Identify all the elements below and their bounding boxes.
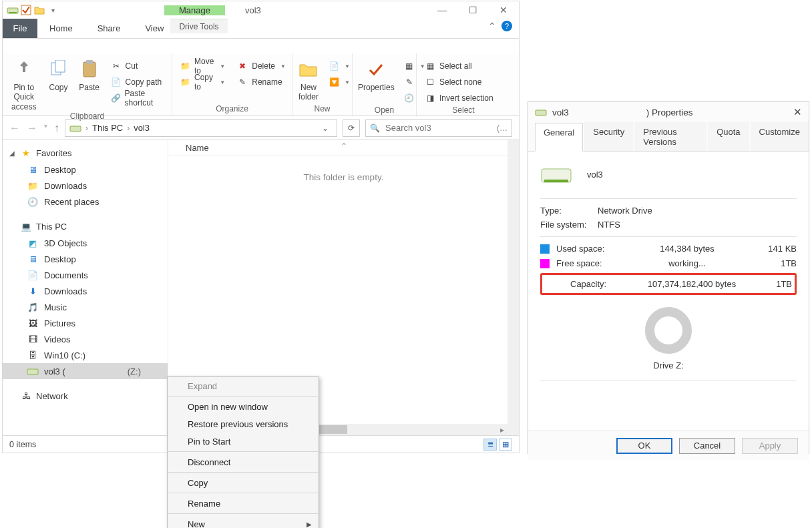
address-bar-row: ← → ▾ ↑ › This PC › vol3 ⌄ ⟳ 🔍 (… bbox=[3, 116, 519, 140]
tree-this-pc[interactable]: 💻This PC bbox=[3, 218, 168, 235]
tree-documents[interactable]: 📄Documents bbox=[3, 267, 168, 283]
select-all-button[interactable]: ▦Select all bbox=[422, 59, 496, 73]
cut-button[interactable]: ✂Cut bbox=[108, 59, 166, 73]
forward-button[interactable]: → bbox=[27, 122, 37, 134]
copy-icon bbox=[48, 59, 69, 80]
tab-general[interactable]: General bbox=[535, 123, 583, 152]
recent-locations-button[interactable]: ▾ bbox=[44, 122, 47, 134]
svg-rect-4 bbox=[55, 60, 65, 72]
new-item-button[interactable]: 📄▼ bbox=[326, 59, 353, 73]
title-bar: ▾ Manage vol3 — ☐ ✕ bbox=[3, 1, 519, 19]
tab-security[interactable]: Security bbox=[584, 122, 633, 151]
cm-new[interactable]: New▶ bbox=[168, 515, 319, 528]
tree-3d-objects[interactable]: ◩3D Objects bbox=[3, 235, 168, 251]
maximize-button[interactable]: ☐ bbox=[457, 1, 488, 19]
breadcrumb-dropdown-icon[interactable]: ⌄ bbox=[322, 123, 333, 133]
breadcrumb-current[interactable]: vol3 bbox=[134, 123, 150, 133]
capacity-highlight: Capacity: 107,374,182,400 bytes 1TB bbox=[540, 273, 797, 295]
tree-vol3[interactable]: vol3 ( (Z:) bbox=[3, 363, 168, 379]
cm-open-new-window[interactable]: Open in new window bbox=[168, 398, 319, 415]
tree-network[interactable]: 🖧Network bbox=[3, 387, 168, 405]
paste-button[interactable]: Paste bbox=[77, 56, 102, 92]
cm-copy[interactable]: Copy bbox=[168, 474, 319, 491]
cancel-button[interactable]: Cancel bbox=[679, 438, 735, 454]
tree-videos[interactable]: 🎞Videos bbox=[3, 331, 168, 347]
submenu-arrow-icon: ▶ bbox=[307, 521, 319, 528]
qat-overflow-icon[interactable]: ▾ bbox=[47, 4, 59, 16]
invert-selection-button[interactable]: ◨Invert selection bbox=[422, 91, 496, 105]
easy-access-button[interactable]: 🔽▼ bbox=[326, 75, 353, 89]
breadcrumb-this-pc[interactable]: This PC bbox=[92, 123, 123, 133]
ribbon: Pin to Quick access Copy Paste ✂Cut 📄Cop… bbox=[3, 53, 519, 116]
nav-tree[interactable]: ◢★Favorites 🖥Desktop 📁Downloads 🕘Recent … bbox=[3, 140, 168, 435]
new-folder-icon bbox=[298, 59, 319, 80]
tree-recent[interactable]: 🕘Recent places bbox=[3, 194, 168, 210]
minimize-button[interactable]: — bbox=[427, 1, 457, 19]
tab-customize[interactable]: Customize bbox=[751, 122, 809, 151]
tree-win10[interactable]: 🗄Win10 (C:) bbox=[3, 347, 168, 363]
back-button[interactable]: ← bbox=[9, 122, 20, 134]
delete-button[interactable]: ✖Delete▼ bbox=[234, 59, 288, 73]
cm-restore-prev[interactable]: Restore previous versions bbox=[168, 415, 319, 433]
select-all-icon: ▦ bbox=[425, 61, 435, 71]
check-icon bbox=[365, 59, 387, 80]
pc-icon: 💻 bbox=[20, 220, 32, 232]
scroll-right-icon[interactable]: ▸ bbox=[496, 424, 508, 435]
capacity-label: Capacity: bbox=[570, 279, 632, 289]
up-button[interactable]: ↑ bbox=[54, 122, 59, 134]
network-drive-icon bbox=[27, 365, 39, 377]
manage-context-tab[interactable]: Manage bbox=[164, 5, 225, 15]
properties-title-suffix: ) Properties bbox=[646, 107, 693, 117]
search-input[interactable] bbox=[384, 122, 493, 134]
close-button[interactable]: ✕ bbox=[488, 1, 519, 19]
svg-rect-1 bbox=[9, 12, 17, 13]
tab-quota[interactable]: Quota bbox=[708, 122, 749, 151]
file-tab[interactable]: File bbox=[3, 19, 37, 38]
paste-shortcut-button[interactable]: 🔗Paste shortcut bbox=[108, 91, 166, 105]
apply-button[interactable]: Apply bbox=[742, 438, 798, 454]
properties-button[interactable]: Properties bbox=[358, 56, 395, 92]
music-icon: 🎵 bbox=[27, 301, 39, 313]
capacity-human: 1TB bbox=[752, 279, 792, 289]
breadcrumb[interactable]: › This PC › vol3 ⌄ bbox=[65, 119, 337, 137]
new-folder-button[interactable]: New folder bbox=[298, 56, 319, 102]
drive-letter-label: Drive Z: bbox=[540, 360, 797, 370]
tab-previous-versions[interactable]: Previous Versions bbox=[634, 122, 706, 151]
cm-expand[interactable]: Expand bbox=[168, 377, 319, 394]
properties-close-button[interactable]: ✕ bbox=[793, 106, 802, 118]
qat-checkbox-icon[interactable] bbox=[20, 4, 32, 16]
tree-desktop-2[interactable]: 🖥Desktop bbox=[3, 251, 168, 267]
view-tab[interactable]: View bbox=[133, 19, 176, 38]
drive-icon bbox=[535, 107, 547, 117]
tree-downloads[interactable]: 📁Downloads bbox=[3, 178, 168, 194]
cm-pin-start[interactable]: Pin to Start bbox=[168, 433, 319, 450]
copy-to-button[interactable]: 📁Copy to▼ bbox=[178, 75, 228, 89]
qat-folder-icon[interactable] bbox=[33, 4, 45, 16]
tree-downloads-2[interactable]: ⬇Downloads bbox=[3, 283, 168, 299]
tree-pictures[interactable]: 🖼Pictures bbox=[3, 315, 168, 331]
collapse-columns-icon[interactable]: ⌃ bbox=[341, 142, 347, 151]
cm-disconnect[interactable]: Disconnect bbox=[168, 453, 319, 471]
tree-favorites[interactable]: ◢★Favorites bbox=[3, 144, 168, 162]
open-group-label: Open bbox=[358, 105, 411, 117]
pin-quick-access-button[interactable]: Pin to Quick access bbox=[8, 56, 40, 111]
home-tab[interactable]: Home bbox=[37, 19, 85, 38]
select-none-button[interactable]: ☐Select none bbox=[422, 75, 496, 89]
copy-path-button[interactable]: 📄Copy path bbox=[108, 75, 166, 89]
copy-button[interactable]: Copy bbox=[47, 56, 71, 92]
ok-button[interactable]: OK bbox=[616, 438, 672, 454]
cm-rename[interactable]: Rename bbox=[168, 495, 319, 512]
icons-view-button[interactable]: ▦ bbox=[499, 439, 512, 451]
free-human: 1TB bbox=[757, 258, 797, 268]
details-view-button[interactable]: ≣ bbox=[483, 439, 497, 451]
tree-desktop[interactable]: 🖥Desktop bbox=[3, 162, 168, 178]
tree-music[interactable]: 🎵Music bbox=[3, 299, 168, 315]
share-tab[interactable]: Share bbox=[85, 19, 134, 38]
refresh-button[interactable]: ⟳ bbox=[343, 119, 360, 137]
move-to-button[interactable]: 📁Move to▼ bbox=[178, 59, 228, 73]
vertical-scrollbar[interactable] bbox=[508, 140, 519, 435]
select-group-label: Select bbox=[422, 105, 505, 117]
search-box[interactable]: 🔍 (… bbox=[365, 119, 512, 137]
new-group-label: New bbox=[298, 104, 347, 115]
rename-button[interactable]: ✎Rename bbox=[234, 75, 288, 89]
